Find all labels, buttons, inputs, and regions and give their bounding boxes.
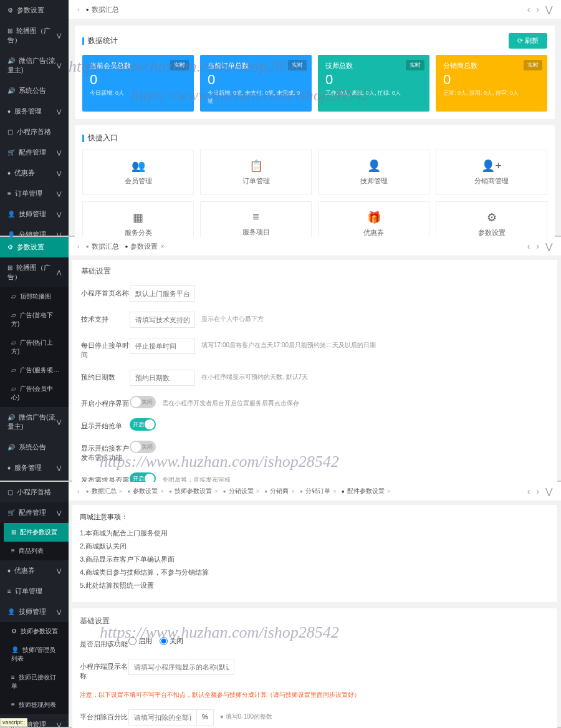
close-icon[interactable]: × xyxy=(256,488,260,495)
sidebar-item[interactable]: 👤技师/管理员列表 xyxy=(4,641,69,668)
quick-link[interactable]: 👥会员管理 xyxy=(82,150,194,195)
sidebar-item[interactable]: 🔊微信广告(流量主)⋁ xyxy=(0,407,69,437)
sidebar: ⚙参数设置⊞轮播图（广告）⋀▱顶部轮播图▱广告(首格下方)▱广告(热门上方)▱广… xyxy=(0,237,69,481)
form-label: 小程序端显示名称 xyxy=(80,659,128,681)
sidebar-item[interactable]: ⊞轮播图（广告）⋀ xyxy=(0,257,69,287)
quick-link[interactable]: 📋订单管理 xyxy=(200,150,312,195)
nav-next-icon[interactable]: › xyxy=(536,486,539,496)
breadcrumb-tab[interactable]: 分销设置 × xyxy=(223,487,260,496)
breadcrumb-tab[interactable]: 数据汇总 xyxy=(86,5,119,14)
text-input[interactable] xyxy=(130,312,195,328)
close-icon[interactable]: × xyxy=(160,242,164,250)
close-icon[interactable]: × xyxy=(160,488,164,495)
text-input[interactable] xyxy=(130,285,195,302)
menu-icon: 🔊 xyxy=(7,444,15,451)
sidebar-item[interactable]: 🔊系统公告 xyxy=(0,80,69,101)
nav-menu-icon[interactable]: ⋁ xyxy=(545,241,552,251)
sidebar-item[interactable]: ▢小程序首格 xyxy=(0,482,69,502)
percent-input[interactable] xyxy=(128,709,197,726)
breadcrumb: ‹ 数据汇总 ×参数设置 ×技师参数设置 ×分销设置 ×分销商 ×分销订单 ×配… xyxy=(69,482,561,501)
toggle-switch[interactable]: 关闭 xyxy=(130,441,156,453)
radio-enable[interactable]: 启用 xyxy=(128,636,152,646)
sidebar-sub-item[interactable]: ▱广告(首格下方) xyxy=(4,306,69,333)
sidebar-item[interactable]: ♦服务管理⋁ xyxy=(0,457,69,478)
sidebar-item[interactable]: ≡技师已接收订单 xyxy=(4,668,69,696)
menu-icon: ⚙ xyxy=(11,628,17,635)
sidebar-item[interactable]: 🔊系统公告 xyxy=(0,437,69,457)
nav-prev-icon[interactable]: ‹ xyxy=(527,486,530,496)
sidebar-sub-item[interactable]: ▱顶部轮播图 xyxy=(4,287,69,306)
stat-detail: 今日新增: 0笔, 未支付: 0笔, 未完成: 0笔 xyxy=(208,89,304,105)
sidebar-item[interactable]: ≡订单管理 xyxy=(0,581,69,601)
sidebar-item[interactable]: 🛒配件管理⋁ xyxy=(0,502,69,523)
text-input[interactable] xyxy=(130,370,195,386)
nav-prev-icon[interactable]: ‹ xyxy=(527,4,530,14)
breadcrumb-tab[interactable]: 分销订单 × xyxy=(300,487,337,496)
chevron-up-icon: ⋀ xyxy=(57,269,61,275)
section-header: 基础设置 xyxy=(80,616,550,626)
chevron-icon: ⋁ xyxy=(57,568,61,574)
sidebar-item[interactable]: ♦服务管理⋁ xyxy=(0,101,69,122)
close-icon[interactable]: × xyxy=(119,488,123,495)
toggle-switch[interactable]: 关闭 xyxy=(130,396,156,408)
sidebar-sub-item[interactable]: ▱广告(服务项… xyxy=(4,361,69,380)
notice-item: 3.商品显示在客户下单确认界面 xyxy=(80,553,550,566)
nav-next-icon[interactable]: › xyxy=(536,241,539,251)
breadcrumb-tab[interactable]: 参数设置 × xyxy=(125,242,165,251)
breadcrumb-tab[interactable]: 数据汇总 × xyxy=(86,487,123,496)
sidebar-item[interactable]: ♦优惠券⋁ xyxy=(0,560,69,581)
text-input[interactable] xyxy=(130,338,195,354)
menu-icon: ▱ xyxy=(11,339,16,346)
menu-icon: 👤 xyxy=(7,608,15,615)
quick-link[interactable]: 👤+分销商管理 xyxy=(436,150,547,195)
sidebar-item[interactable]: ⊞配件参数设置 xyxy=(4,523,69,542)
sidebar-item[interactable]: ♦优惠券⋁ xyxy=(0,163,69,183)
quick-link[interactable]: 👤技师管理 xyxy=(318,150,429,195)
nav-back-icon[interactable]: ‹ xyxy=(77,6,80,13)
close-icon[interactable]: × xyxy=(214,488,218,495)
menu-icon: ♦ xyxy=(7,170,11,176)
sidebar-item[interactable]: 👤技师管理⋁ xyxy=(0,601,69,622)
sidebar-item[interactable]: 🛒配件管理⋁ xyxy=(0,142,69,163)
nav-next-icon[interactable]: › xyxy=(536,4,539,14)
sidebar-item[interactable]: 👤技师管理⋁ xyxy=(0,204,69,224)
sidebar-sub-item[interactable]: ▱广告(热门上方) xyxy=(4,333,69,361)
toggle-switch[interactable]: 开启 xyxy=(130,418,156,431)
sidebar-item[interactable]: ⚙技师参数设置 xyxy=(4,622,69,641)
close-icon[interactable]: × xyxy=(291,488,295,495)
quick-icon: ▦ xyxy=(83,211,193,224)
menu-icon: 👤 xyxy=(11,646,19,653)
nav-back-icon[interactable]: ‹ xyxy=(77,487,80,495)
sidebar-item[interactable]: ≡商品列表 xyxy=(4,542,69,560)
sidebar-item[interactable]: ≡技师提现列表 xyxy=(4,696,69,714)
form-label: 是否启用该功能 xyxy=(80,636,128,649)
stat-value: 0 xyxy=(90,72,186,88)
breadcrumb-tab[interactable]: 参数设置 × xyxy=(127,487,164,496)
sidebar-item[interactable]: 🔊微信广告(流量主)⋁ xyxy=(0,50,69,80)
refresh-button[interactable]: ⟳ 刷新 xyxy=(509,33,547,49)
nav-menu-icon[interactable]: ⋁ xyxy=(545,4,552,14)
breadcrumb-tab[interactable]: 技师参数设置 × xyxy=(169,487,218,496)
breadcrumb-tab[interactable]: 数据汇总 xyxy=(86,242,119,251)
quick-label: 技师管理 xyxy=(319,176,429,186)
radio-disable[interactable]: 关闭 xyxy=(160,636,183,646)
close-icon[interactable]: × xyxy=(387,488,391,495)
sidebar-sub-item[interactable]: ▱广告(会员中心) xyxy=(4,380,69,407)
nav-menu-icon[interactable]: ⋁ xyxy=(545,486,552,496)
breadcrumb-tab[interactable]: 分销商 × xyxy=(264,487,295,496)
sidebar-item[interactable]: ≡订单管理⋁ xyxy=(0,183,69,204)
nav-prev-icon[interactable]: ‹ xyxy=(527,241,530,251)
stat-box: 实时分销商总数0正常: 0人, 禁用: 0人, 待审: 0人 xyxy=(436,55,547,112)
menu-icon: ≡ xyxy=(11,547,15,554)
form-label: 预约日期数 xyxy=(81,370,130,382)
nav-back-icon[interactable]: ‹ xyxy=(77,242,80,250)
chevron-down-icon: ⋁ xyxy=(57,191,61,197)
breadcrumb-tab[interactable]: 配件参数设置 × xyxy=(342,487,391,496)
sidebar-item[interactable]: ⚙参数设置 xyxy=(0,237,69,257)
sidebar-item[interactable]: ⚙参数设置 xyxy=(0,0,69,21)
app-name-input[interactable] xyxy=(128,659,234,675)
close-icon[interactable]: × xyxy=(333,488,337,495)
sidebar-item[interactable]: ▢小程序首格 xyxy=(0,122,69,142)
sidebar-item[interactable]: ⊞轮播图（广告）⋁ xyxy=(0,21,69,50)
form-label: 技术支持 xyxy=(81,312,130,324)
